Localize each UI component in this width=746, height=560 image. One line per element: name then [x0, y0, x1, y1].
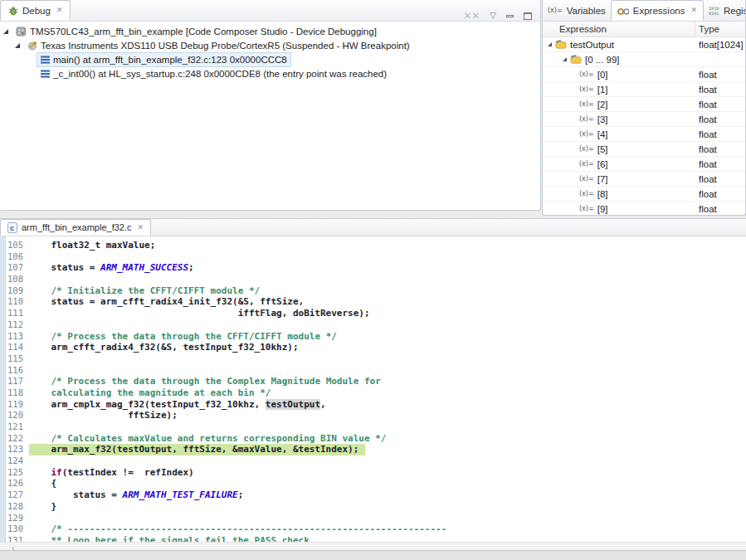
debug-tree-item[interactable]: main() at arm_fft_bin_example_f32.c:123 …: [0, 52, 540, 66]
debug-target-icon: [16, 27, 27, 37]
expression-row[interactable]: (x)=[2]float: [543, 97, 745, 112]
code-line[interactable]: status = arm_cfft_radix4_init_f32(&S, ff…: [29, 296, 746, 308]
tab-expressions[interactable]: Expressions ✕: [611, 0, 704, 21]
expression-name-cell: (x)=[5]: [543, 142, 695, 156]
code-line[interactable]: [29, 353, 746, 365]
expression-row[interactable]: (x)=[1]float: [543, 82, 745, 97]
code-line[interactable]: [29, 421, 746, 433]
code-token: arm_max_f32(testOutput, fftSize, &maxVal…: [29, 444, 358, 455]
line-number[interactable]: 125: [6, 467, 27, 479]
tab-debug[interactable]: Debug ✕: [0, 0, 71, 21]
maximize-icon[interactable]: [524, 12, 532, 20]
expander-icon[interactable]: [548, 42, 552, 46]
line-number[interactable]: 119: [6, 399, 27, 411]
line-number[interactable]: 121: [6, 421, 27, 433]
expression-row[interactable]: testOutputfloat[1024]: [543, 37, 745, 52]
code-line[interactable]: float32_t maxValue;: [29, 240, 746, 251]
code-line[interactable]: fftSize);: [29, 410, 746, 421]
line-number[interactable]: 118: [6, 387, 27, 399]
expander-icon[interactable]: [3, 29, 8, 34]
code-line[interactable]: arm_cfft_radix4_f32(&S, testInput_f32_10…: [29, 342, 746, 353]
line-number[interactable]: 109: [6, 285, 27, 297]
code-token: ARM_MATH_SUCCESS: [100, 262, 188, 273]
line-number[interactable]: 120: [6, 410, 27, 421]
close-icon[interactable]: ✕: [136, 224, 144, 231]
code-line[interactable]: /* Initialize the CFFT/CIFFT module */: [29, 285, 746, 297]
line-number[interactable]: 106: [6, 251, 27, 263]
code-line[interactable]: /* Calculates maxValue and returns corre…: [29, 433, 746, 445]
code-line[interactable]: /* -------------------------------------…: [29, 523, 746, 535]
code-line[interactable]: [29, 455, 746, 467]
code-line[interactable]: arm_max_f32(testOutput, fftSize, &maxVal…: [29, 444, 746, 455]
column-header-type[interactable]: Type: [695, 24, 719, 34]
expression-row[interactable]: (x)=[7]float: [543, 172, 745, 187]
code-line[interactable]: [29, 365, 746, 377]
line-number[interactable]: 112: [6, 319, 27, 331]
line-number[interactable]: 123: [6, 444, 27, 455]
close-icon[interactable]: ✕: [55, 7, 63, 14]
current-execution-line-highlight: arm_max_f32(testOutput, fftSize, &maxVal…: [29, 444, 365, 455]
code-line[interactable]: status = ARM_MATH_TEST_FAILURE;: [29, 489, 746, 501]
code-line[interactable]: ** Loop here if the signals fail the PAS…: [29, 535, 746, 542]
code-line[interactable]: [29, 251, 746, 263]
expander-icon[interactable]: [563, 57, 567, 61]
tab-registers[interactable]: 10100101 Registers: [704, 0, 746, 21]
code-line[interactable]: {: [29, 478, 746, 489]
line-number[interactable]: 113: [6, 331, 27, 343]
debug-tree-item[interactable]: Texas Instruments XDS110 USB Debug Probe…: [0, 38, 540, 52]
remove-all-terminated-icon[interactable]: ✕✕: [463, 11, 480, 21]
code-line[interactable]: /* Process the data through the Complex …: [29, 376, 746, 387]
line-number[interactable]: 116: [6, 365, 27, 377]
expression-row[interactable]: (x)=[8]float: [543, 187, 745, 202]
debug-tree-item[interactable]: TMS570LC43_arm_fft_bin_example [Code Com…: [0, 24, 540, 38]
expression-row[interactable]: (x)=[6]float: [543, 157, 745, 172]
code-line[interactable]: if(testIndex != refIndex): [29, 467, 746, 479]
line-number[interactable]: 115: [6, 353, 27, 365]
code-line[interactable]: [29, 513, 746, 524]
expression-row[interactable]: (x)=[5]float: [543, 142, 745, 157]
line-number[interactable]: 107: [6, 262, 27, 274]
expression-row[interactable]: (x)=[4]float: [543, 127, 745, 142]
line-number-gutter[interactable]: 1051061071081091101111121131141151161171…: [6, 236, 27, 542]
code-line[interactable]: arm_cmplx_mag_f32(testInput_f32_10khz, t…: [29, 399, 746, 411]
line-number[interactable]: 105: [6, 240, 27, 251]
line-number[interactable]: 126: [6, 478, 27, 489]
tab-variables[interactable]: (x)= Variables: [543, 0, 611, 21]
code-line[interactable]: [29, 274, 746, 285]
line-number[interactable]: 131: [6, 535, 27, 542]
view-menu-icon[interactable]: ▽: [490, 12, 496, 20]
expression-type: float: [695, 100, 717, 110]
expression-name: [8]: [594, 189, 608, 199]
code-line[interactable]: }: [29, 501, 746, 513]
close-icon[interactable]: ✕: [689, 7, 697, 14]
expression-row[interactable]: [0 ... 99]: [543, 52, 745, 67]
line-number[interactable]: 114: [6, 342, 27, 353]
code-line[interactable]: [29, 319, 746, 331]
line-number[interactable]: 124: [6, 455, 27, 467]
line-number[interactable]: 108: [6, 274, 27, 285]
minimize-icon[interactable]: [506, 15, 514, 17]
tab-editor-file[interactable]: c arm_fft_bin_example_f32.c ✕: [0, 219, 151, 236]
ccs-debug-perspective: Debug ✕ ✕✕ ▽ TMS570LC43_arm_fft_bin_exam…: [0, 0, 746, 560]
line-number[interactable]: 130: [6, 523, 27, 535]
code-line[interactable]: status = ARM_MATH_SUCCESS;: [29, 262, 746, 274]
code-line[interactable]: /* Process the data through the CFFT/CIF…: [29, 331, 746, 343]
line-number[interactable]: 110: [6, 296, 27, 308]
line-number[interactable]: 129: [6, 513, 27, 524]
expression-row[interactable]: (x)=[9]float: [543, 202, 745, 216]
code-line[interactable]: calculating the magnitude at each bin */: [29, 387, 746, 399]
code-line[interactable]: ifftFlag, doBitReverse);: [29, 308, 746, 319]
expander-icon[interactable]: [15, 43, 20, 48]
debug-tree-item[interactable]: _c_int00() at HL_sys_startup.c:248 0x000…: [0, 66, 540, 80]
code-text-area[interactable]: float32_t maxValue; status = ARM_MATH_SU…: [27, 236, 746, 542]
expression-name: [3]: [594, 114, 608, 124]
expression-row[interactable]: (x)=[3]float: [543, 112, 745, 127]
line-number[interactable]: 127: [6, 489, 27, 501]
line-number[interactable]: 111: [6, 308, 27, 319]
expression-row[interactable]: (x)=[0]float: [543, 67, 745, 82]
expression-name-cell: (x)=[2]: [543, 97, 695, 111]
line-number[interactable]: 117: [6, 376, 27, 387]
column-header-expression[interactable]: Expression: [543, 22, 695, 37]
line-number[interactable]: 128: [6, 501, 27, 513]
line-number[interactable]: 122: [6, 433, 27, 445]
